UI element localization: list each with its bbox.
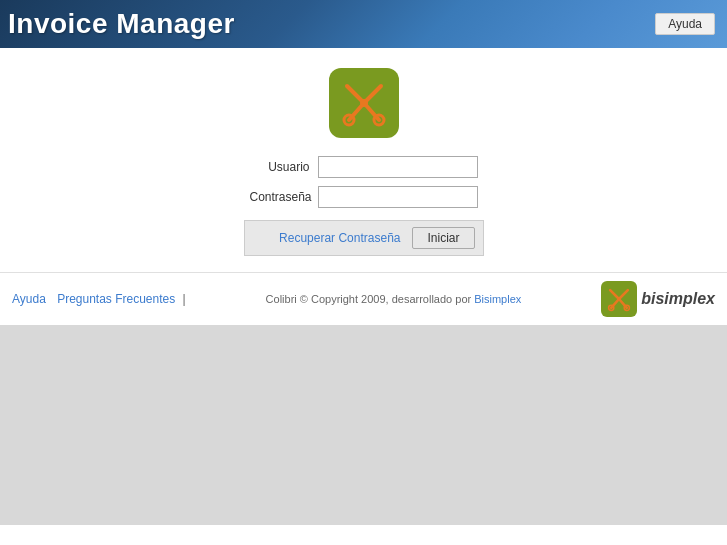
main-content: Usuario Contraseña Recuperar Contraseña … bbox=[0, 48, 727, 256]
footer-help-link[interactable]: Ayuda bbox=[12, 292, 46, 306]
svg-point-11 bbox=[617, 297, 621, 301]
iniciar-button[interactable]: Iniciar bbox=[412, 227, 474, 249]
usuario-row: Usuario bbox=[250, 156, 478, 178]
usuario-label: Usuario bbox=[250, 160, 310, 174]
faq-link[interactable]: Preguntas Frecuentes bbox=[57, 292, 175, 306]
usuario-input[interactable] bbox=[318, 156, 478, 178]
footer-bisimplex-logo-text: bisimplex bbox=[641, 290, 715, 308]
contrasena-input[interactable] bbox=[318, 186, 478, 208]
footer-logo: bisimplex bbox=[601, 281, 715, 317]
contrasena-row: Contraseña bbox=[250, 186, 478, 208]
logo-box bbox=[329, 68, 399, 138]
footer-center: Colibri © Copyright 2009, desarrollado p… bbox=[186, 293, 601, 305]
login-form: Usuario Contraseña bbox=[250, 156, 478, 208]
recover-password-link[interactable]: Recuperar Contraseña bbox=[279, 231, 400, 245]
header-help-button[interactable]: Ayuda bbox=[655, 13, 715, 35]
footer-scissors-icon bbox=[606, 286, 632, 312]
form-actions: Recuperar Contraseña Iniciar bbox=[244, 220, 484, 256]
logo-container bbox=[329, 68, 399, 138]
app-title: Invoice Manager bbox=[8, 8, 235, 40]
footer-logo-box bbox=[601, 281, 637, 317]
footer-left: Ayuda Preguntas Frecuentes | bbox=[12, 292, 186, 306]
contrasena-label: Contraseña bbox=[250, 190, 310, 204]
faq-separator bbox=[50, 292, 53, 306]
bottom-area bbox=[0, 325, 727, 525]
scissors-icon bbox=[339, 78, 389, 128]
footer: Ayuda Preguntas Frecuentes | Colibri © C… bbox=[0, 272, 727, 325]
copyright-text: Colibri © Copyright 2009, desarrollado p… bbox=[266, 293, 475, 305]
bisimplex-link[interactable]: Bisimplex bbox=[474, 293, 521, 305]
header: Invoice Manager Ayuda bbox=[0, 0, 727, 48]
svg-point-4 bbox=[360, 99, 368, 107]
